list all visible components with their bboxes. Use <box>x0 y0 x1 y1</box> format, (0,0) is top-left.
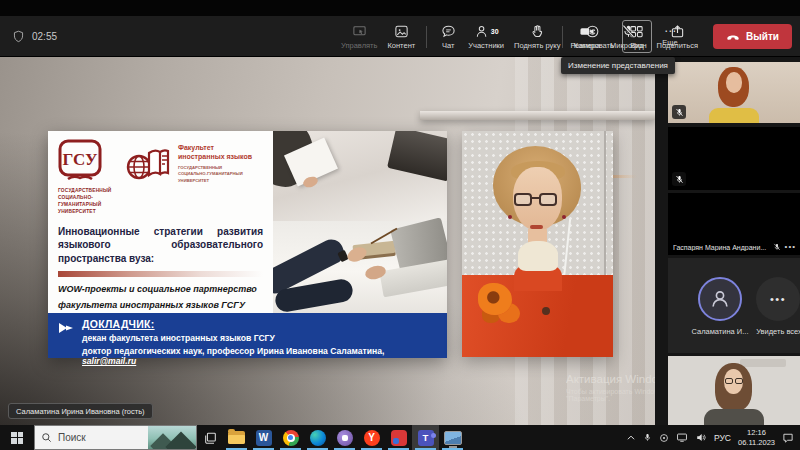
mic-label: Микрофон <box>610 42 647 50</box>
taskbar-app-edge[interactable] <box>304 425 331 450</box>
participants-label: Участники <box>468 42 504 50</box>
search-input[interactable] <box>58 432 128 443</box>
participant-video-tile[interactable] <box>668 62 800 123</box>
raise-hand-label: Поднять руку <box>514 42 560 50</box>
stage-background-shelf <box>420 111 655 120</box>
content-button[interactable]: Контент <box>382 22 420 52</box>
slide-subtitle: WOW-проекты и социальное партнерство фак… <box>58 282 263 313</box>
taskbar-app-word[interactable]: W <box>250 425 277 450</box>
chat-button[interactable]: Чат <box>433 22 463 52</box>
manage-label: Управлять <box>341 42 377 50</box>
see-all-ellipsis-icon: ••• <box>770 293 786 305</box>
presentation-slide: ГСУ ГОСУДАРСТВЕННЫЙ СОЦИАЛЬНО- ГУМАНИТАР… <box>48 131 447 358</box>
speaker-email-link[interactable]: salir@mail.ru <box>82 356 136 366</box>
language-indicator[interactable]: РУС <box>714 433 731 443</box>
participant-glasses <box>725 378 733 384</box>
tray-mic-icon[interactable] <box>643 432 652 443</box>
see-all-label: Увидеть всех <box>754 327 800 336</box>
participant-video-tile-camera-off[interactable]: Гаспарян Марина Андрани... ••• <box>668 193 800 255</box>
purple-app-icon <box>337 430 353 446</box>
mic-muted-icon <box>675 175 684 184</box>
manage-button[interactable]: Управлять <box>336 22 382 52</box>
slide-text-panel: ГСУ ГОСУДАРСТВЕННЫЙ СОЦИАЛЬНО- ГУМАНИТАР… <box>48 131 273 313</box>
mic-muted-badge <box>672 105 686 119</box>
presenter-earring <box>562 215 566 219</box>
hangup-phone-icon <box>726 32 740 42</box>
participants-count-badge: 30 <box>491 28 499 35</box>
toolbar-divider <box>562 26 563 48</box>
mic-muted-icon <box>621 24 636 39</box>
tray-status-icon[interactable] <box>659 433 669 443</box>
slide-title: Инновационные стратегии развития языково… <box>58 225 263 266</box>
mic-muted-icon <box>675 108 684 117</box>
faculty-name-text: Факультет иностранных языков <box>178 143 252 161</box>
window-top-strip <box>0 0 800 16</box>
university-name-text: ГОСУДАРСТВЕННЫЙ СОЦИАЛЬНО- ГУМАНИТАРНЫЙ … <box>58 188 116 216</box>
taskbar-app-file-explorer[interactable] <box>223 425 250 450</box>
taskbar-app-media[interactable] <box>331 425 358 450</box>
search-icon <box>41 432 52 443</box>
speaker-line2: доктор педагогических наук, профессор Ир… <box>82 346 437 367</box>
taskbar-app-yandex[interactable]: Y <box>358 425 385 450</box>
shield-icon <box>12 30 25 43</box>
participants-button[interactable]: 30 Участники <box>463 22 509 52</box>
slide-subtitle-line1: WOW-проекты и социальное партнерство <box>58 282 263 298</box>
shared-screen-stage: ГСУ ГОСУДАРСТВЕННЫЙ СОЦИАЛЬНО- ГУМАНИТАР… <box>0 57 655 425</box>
slide-speaker-bar: ДОКЛАДЧИК: декан факультета иностранных … <box>48 313 447 358</box>
tray-expand-chevron-icon[interactable] <box>626 433 636 443</box>
presenter-video[interactable] <box>462 131 613 357</box>
taskbar-clock[interactable]: 12:16 06.11.2023 <box>738 428 775 447</box>
taskbar-app-mail[interactable] <box>385 425 412 450</box>
teams-icon: T <box>418 430 434 446</box>
participant-video-tile[interactable] <box>668 356 800 425</box>
share-button[interactable]: Поделиться <box>652 22 703 52</box>
presenter-turtleneck <box>518 241 558 271</box>
photo-tablet <box>387 131 447 181</box>
taskbar-app-chrome[interactable] <box>277 425 304 450</box>
taskbar-app-teams[interactable]: T <box>412 425 439 450</box>
faculty-text-block: Факультет иностранных языков ГОСУДАРСТВЕ… <box>178 139 252 216</box>
faculty-university-text: ГОСУДАРСТВЕННЫЙ СОЦИАЛЬНО-ГУМАНИТАРНЫЙ У… <box>178 165 252 184</box>
presenter-glasses <box>514 193 532 206</box>
mic-muted-icon <box>773 243 781 251</box>
slide-logo-row: ГСУ ГОСУДАРСТВЕННЫЙ СОЦИАЛЬНО- ГУМАНИТАР… <box>58 139 263 216</box>
presenter-glasses-bridge <box>531 197 540 199</box>
file-explorer-icon <box>228 431 245 444</box>
participant-more-icon[interactable]: ••• <box>785 243 796 251</box>
manage-icon <box>352 24 367 39</box>
toolbar-right-buttons: Камера Микрофон Поделиться Выйти <box>556 16 792 57</box>
presenter-jacket-button <box>542 307 550 315</box>
participant-video-tile-camera-off[interactable] <box>668 127 800 190</box>
participants-sidebar: Гаспарян Марина Андрани... ••• ••• Салам… <box>655 57 800 425</box>
toolbar-divider <box>426 26 427 48</box>
system-tray: РУС 12:16 06.11.2023 <box>626 425 800 450</box>
presenter-earring <box>508 215 512 219</box>
action-center-icon[interactable] <box>782 432 794 444</box>
tray-volume-icon[interactable] <box>695 432 707 443</box>
participants-icon <box>475 24 490 39</box>
task-view-button[interactable] <box>197 425 223 450</box>
presenter-glasses <box>539 193 557 206</box>
leave-button[interactable]: Выйти <box>713 24 792 49</box>
tray-display-icon[interactable] <box>676 432 688 443</box>
mic-button[interactable]: Микрофон <box>605 22 652 52</box>
gsgu-logo-icon: ГСУ <box>58 139 102 185</box>
chat-icon <box>441 24 456 39</box>
self-avatar[interactable] <box>698 277 742 321</box>
participant-room-shelf <box>740 359 786 367</box>
see-all-button[interactable]: ••• <box>756 277 800 321</box>
shared-screen-window-icon <box>444 431 462 445</box>
camera-button[interactable]: Камера <box>569 22 605 52</box>
word-icon: W <box>256 430 272 446</box>
meeting-toolbar: 02:55 Управлять Контент Чат 30 Учас <box>0 16 800 57</box>
self-tile: ••• Саламатина И... Увидеть всех <box>668 258 800 353</box>
camera-label: Камера <box>574 42 600 50</box>
share-label: Поделиться <box>657 42 698 50</box>
person-avatar-icon <box>709 288 731 310</box>
taskbar-app-shared-window[interactable] <box>439 425 466 450</box>
taskbar-search-box[interactable] <box>34 425 197 450</box>
content-label: Контент <box>387 42 415 50</box>
search-highlight-image[interactable] <box>148 426 196 449</box>
participant-name-row: Гаспарян Марина Андрани... ••• <box>673 243 796 251</box>
start-button[interactable] <box>0 425 34 450</box>
